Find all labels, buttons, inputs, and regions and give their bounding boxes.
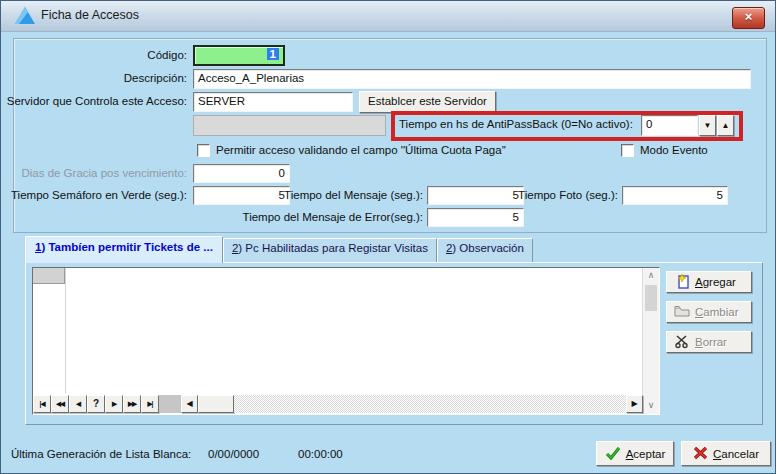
tab-observacion[interactable]: 2) Observación (437, 238, 533, 263)
tab-pc-habilitadas[interactable]: 2) Pc Habilitadas para Registar Visitas (223, 238, 437, 263)
scroll-left-button[interactable]: ◀ (181, 395, 198, 413)
lista-blanca-time: 00:00:00 (298, 448, 343, 460)
folder-icon (674, 303, 690, 321)
codigo-field[interactable]: 1 (193, 45, 285, 66)
permitir-acceso-checkbox-label: Permitir acceso validando el campo ''Últ… (216, 144, 506, 156)
foto-label: Tiempo Foto (seg.): (441, 189, 618, 201)
red-x-icon (693, 446, 708, 462)
horizontal-scroll-track[interactable] (234, 395, 626, 413)
aceptar-button[interactable]: Aceptar (596, 441, 674, 466)
agregar-button[interactable]: Agregar (666, 271, 752, 293)
tab-tickets[interactable]: 1) Tambíen permitir Tickets de ... (25, 236, 223, 263)
dias-gracia-label: Dias de Gracia pos vencimiento: (1, 167, 187, 179)
grid-corner-cell[interactable] (33, 268, 65, 284)
foto-field[interactable]: 5 (622, 186, 728, 205)
ficha-de-accesos-dialog: Ficha de Accesos × Código: 1 Descripción… (0, 0, 776, 474)
app-logo-icon (14, 6, 36, 26)
nav-first-button[interactable]: |◀ (33, 395, 51, 413)
vertical-scroll-thumb[interactable] (645, 285, 657, 311)
disabled-field (193, 115, 386, 136)
nav-prior-button[interactable]: ◀ (69, 395, 87, 413)
nav-last-button[interactable]: ▶| (141, 395, 159, 413)
nav-next-button[interactable]: ▶ (105, 395, 123, 413)
new-page-icon (674, 273, 690, 291)
nav-search-button[interactable]: ? (87, 395, 105, 413)
lista-blanca-label: Última Generación de Lista Blanca: (11, 448, 191, 460)
codigo-selected-value: 1 (267, 48, 279, 60)
antipassback-field[interactable]: 0 (641, 115, 698, 136)
mensaje-label: Tiempo del Mensaje (seg.): (237, 189, 423, 201)
close-button[interactable]: × (732, 7, 765, 29)
modo-evento-checkbox-label: Modo Evento (640, 144, 708, 156)
cambiar-button[interactable]: Cambiar (666, 301, 752, 323)
tickets-list[interactable]: ∧ ∨ |◀ ◀◀ ◀ ? ▶ ▶▶ ▶| ◀ ▶ (32, 267, 660, 415)
nav-prior-page-button[interactable]: ◀◀ (51, 395, 69, 413)
lista-blanca-date: 0/00/0000 (208, 448, 259, 460)
modo-evento-checkbox[interactable] (621, 144, 634, 157)
mensaje-error-label: Tiempo del Mensaje de Error(seg.): (155, 211, 423, 223)
permitir-acceso-checkbox[interactable] (197, 144, 210, 157)
spin-up-button[interactable]: ▲ (717, 115, 734, 136)
grid-column-divider (65, 268, 66, 393)
check-icon (605, 446, 621, 462)
establecer-servidor-button[interactable]: Establcer este Servidor (359, 91, 496, 113)
scroll-right-button[interactable]: ▶ (626, 395, 643, 413)
descripcion-field[interactable]: Acceso_A_Plenarias (193, 69, 751, 89)
vertical-scrollbar[interactable]: ∧ ∨ (642, 268, 659, 414)
navigator-filler (159, 395, 181, 413)
servidor-label: Servidor que Controla este Acceso: (1, 95, 187, 107)
descripcion-label: Descripción: (1, 72, 187, 84)
title-bar[interactable]: Ficha de Accesos × (1, 1, 775, 32)
window-title: Ficha de Accesos (41, 8, 139, 22)
scroll-down-button[interactable]: ∨ (643, 398, 659, 414)
scissors-icon (674, 333, 690, 351)
codigo-label: Código: (1, 49, 187, 61)
nav-next-page-button[interactable]: ▶▶ (123, 395, 141, 413)
dias-gracia-field[interactable]: 0 (193, 164, 290, 183)
list-bottom-bar: |◀ ◀◀ ◀ ? ▶ ▶▶ ▶| ◀ ▶ (33, 395, 643, 414)
semaforo-label: Tiempo Semáforo en Verde (seg.): (1, 189, 187, 201)
borrar-button[interactable]: Borrar (666, 331, 752, 353)
mensaje-error-field[interactable]: 5 (427, 208, 524, 227)
antipassback-label: Tiempo en hs de AntiPassBack (0=No activ… (399, 118, 633, 130)
horizontal-scroll-thumb[interactable] (198, 395, 234, 413)
cancelar-button[interactable]: Cancelar (681, 441, 771, 466)
tab-bar: 1) Tambíen permitir Tickets de ... 2) Pc… (25, 239, 533, 263)
spin-down-button[interactable]: ▼ (699, 115, 716, 136)
servidor-field[interactable]: SERVER (193, 92, 353, 112)
scroll-up-button[interactable]: ∧ (643, 268, 659, 284)
